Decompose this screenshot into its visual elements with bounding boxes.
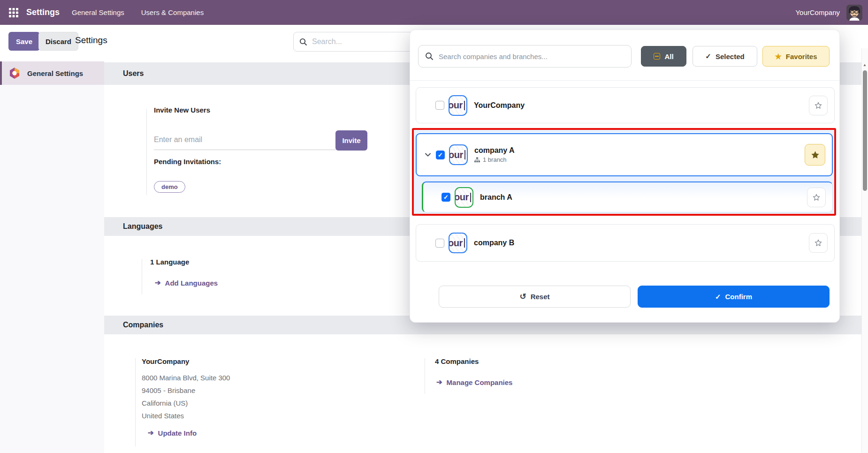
arrow-right-icon: ➔ [436, 378, 442, 386]
arrow-right-icon: ➔ [148, 429, 154, 437]
company-row-label: YourCompany [474, 101, 525, 110]
favorite-star-button[interactable] [807, 188, 826, 207]
button-label: Reset [531, 293, 550, 301]
filter-all-button[interactable]: All [641, 46, 686, 67]
general-settings-icon [8, 67, 21, 79]
check-icon: ✓ [705, 52, 711, 60]
company-logo: our [449, 95, 467, 116]
invite-button[interactable]: Invite [335, 130, 367, 151]
search-icon [299, 38, 307, 46]
branch-count-label: 1 branch [483, 156, 507, 163]
company-checkbox[interactable] [435, 239, 444, 248]
top-navbar: Settings General Settings Users & Compan… [0, 0, 868, 25]
confirm-button[interactable]: ✓ Confirm [638, 286, 830, 308]
company-row-label: branch A [480, 193, 512, 202]
address-line: California (US) [142, 397, 230, 409]
settings-sidebar: General Settings [0, 61, 104, 453]
highlight-box: ✓ our company A 1 branch ✓ our branch A [412, 128, 836, 216]
companies-count: 4 Companies [435, 357, 479, 365]
logo-text: our [449, 150, 463, 160]
update-info-link[interactable]: ➔ Update Info [148, 429, 197, 437]
check-icon: ✓ [715, 293, 721, 301]
menu-general-settings[interactable]: General Settings [72, 8, 124, 16]
logo-mark [464, 101, 465, 110]
filter-selected-button[interactable]: ✓ Selected [693, 46, 757, 67]
company-row-company-b[interactable]: our company B [416, 224, 835, 262]
reset-icon: ↺ [519, 292, 526, 302]
company-row-company-a[interactable]: ✓ our company A 1 branch [416, 133, 833, 176]
favorite-star-button-active[interactable] [805, 144, 825, 166]
company-row-label: company A [474, 146, 515, 155]
company-logo: our [449, 144, 468, 165]
sidebar-item-general-settings[interactable]: General Settings [0, 61, 104, 85]
setting-box-separator [425, 358, 425, 394]
divider [410, 80, 839, 81]
chevron-down-icon[interactable] [424, 151, 432, 159]
setting-box-separator [146, 109, 147, 195]
manage-companies-link[interactable]: ➔ Manage Companies [436, 378, 512, 386]
company-address: 8000 Marina Blvd, Suite 300 94005 - Bris… [142, 371, 230, 422]
sitemap-icon [474, 157, 480, 163]
button-label: Confirm [725, 293, 753, 301]
link-label: Add Languages [165, 279, 218, 287]
company-checkbox[interactable]: ✓ [442, 193, 450, 202]
company-search-box [418, 45, 632, 68]
link-label: Manage Companies [447, 378, 513, 386]
favorite-star-button[interactable] [809, 233, 828, 253]
company-name: YourCompany [142, 357, 189, 365]
logo-mark [464, 238, 465, 248]
discard-button[interactable]: Discard [38, 32, 78, 51]
company-row-branch-a[interactable]: ✓ our branch A [422, 181, 833, 212]
invite-email-field[interactable] [154, 129, 336, 150]
filter-label: Favorites [786, 53, 817, 60]
page-scrollbar[interactable]: ▲ [861, 48, 868, 453]
favorite-star-button[interactable] [809, 96, 828, 115]
company-selector-dropdown: All ✓ Selected ★ Favorites our YourCompa… [410, 30, 840, 323]
star-icon: ★ [775, 52, 781, 61]
filter-favorites-button[interactable]: ★ Favorites [762, 46, 830, 67]
navbar-menu: General Settings Users & Companies [72, 8, 204, 16]
setting-box-separator [135, 358, 136, 446]
company-checkbox[interactable] [435, 101, 444, 110]
company-switcher[interactable]: YourCompany [795, 8, 840, 16]
user-avatar[interactable] [846, 5, 862, 21]
menu-users-companies[interactable]: Users & Companies [141, 8, 204, 16]
language-count: 1 Language [150, 258, 189, 266]
save-button[interactable]: Save [8, 32, 40, 51]
pending-invitation-badge[interactable]: demo [154, 181, 185, 193]
scrollbar-thumb[interactable] [863, 70, 867, 191]
sidebar-item-label: General Settings [27, 69, 83, 77]
company-row-yourcompany[interactable]: our YourCompany [416, 87, 835, 123]
collapse-all-icon [654, 53, 660, 60]
apps-grid-icon[interactable] [6, 5, 22, 21]
search-icon [425, 52, 434, 60]
settings-page: Settings General Settings Users & Compan… [0, 0, 868, 453]
logo-text: our [455, 192, 469, 203]
branch-logo: our [455, 187, 473, 208]
company-search-input[interactable] [439, 53, 624, 60]
filter-label: Selected [716, 53, 745, 60]
branch-count: 1 branch [474, 156, 515, 163]
logo-mark [464, 150, 465, 159]
logo-text: our [449, 100, 463, 111]
filter-label: All [664, 53, 673, 60]
logo-mark [470, 193, 471, 202]
reset-button[interactable]: ↺ Reset [439, 286, 631, 308]
invite-new-users-label: Invite New Users [154, 106, 210, 114]
link-label: Update Info [158, 429, 197, 437]
address-line: 94005 - Brisbane [142, 384, 230, 397]
scrollbar-up-arrow[interactable]: ▲ [863, 63, 867, 67]
arrow-right-icon: ➔ [155, 279, 161, 287]
company-row-text: company A 1 branch [474, 146, 515, 163]
add-languages-link[interactable]: ➔ Add Languages [155, 279, 218, 287]
section-title: Languages [123, 222, 162, 231]
company-logo: our [449, 233, 467, 253]
section-title: Users [123, 69, 144, 78]
breadcrumb: Settings [75, 35, 107, 45]
company-checkbox[interactable]: ✓ [436, 151, 445, 159]
pending-invitations-label: Pending Invitations: [154, 158, 221, 166]
setting-box-separator [142, 259, 142, 294]
section-title: Companies [123, 321, 163, 329]
logo-text: our [449, 238, 463, 249]
app-name[interactable]: Settings [26, 8, 60, 17]
